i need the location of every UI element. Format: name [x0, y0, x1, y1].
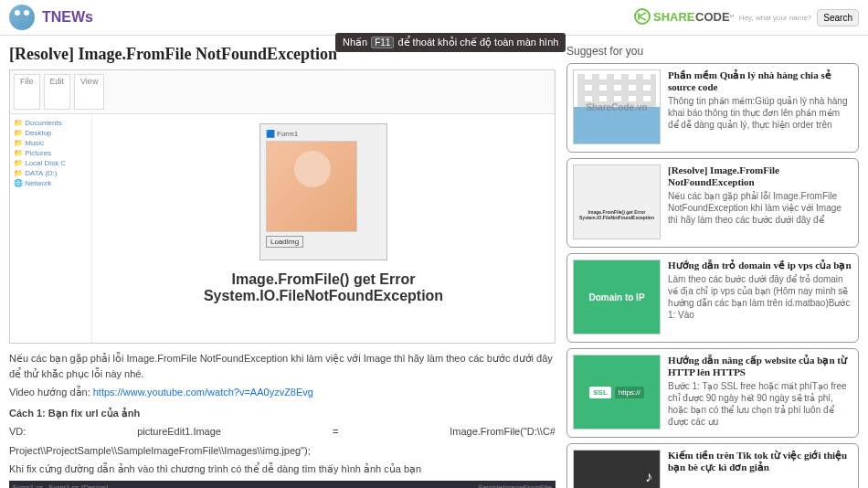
svg-text:CODE: CODE	[695, 10, 730, 24]
card-desc: Bước 1: Tạo SSL free hoặc mất phíTạo fre…	[668, 380, 852, 428]
card-title: Hướng dẫn nâng cấp website của bạn từ HT…	[668, 355, 852, 378]
sidebar-heading: Suggest for you	[566, 45, 859, 58]
vs-body: 📁 Documents 📁 Desktop 📁 Music 📁 Pictures…	[10, 114, 555, 344]
form-titlebar: 🟦Form1	[266, 130, 381, 138]
search-wrapper: Hey, what your name?	[739, 14, 811, 22]
card-desc: Nếu các bạn gặp phải lỗi Image.FromFile …	[668, 190, 852, 226]
main-content: [Resolve] Image.FromFile NotFoundExcepti…	[0, 36, 868, 488]
overlay-suffix: để thoát khỏi chế độ toàn màn hình	[397, 37, 558, 48]
vs-tab: View	[74, 74, 104, 110]
article-column: [Resolve] Image.FromFile NotFoundExcepti…	[9, 45, 556, 488]
header: TNEWs SHARE CODE .vn Hey, what your name…	[0, 0, 868, 36]
card-text: Hướng dẫn trỏ domain về ip vps của bạn L…	[668, 260, 852, 336]
logo-icon[interactable]	[9, 5, 35, 30]
header-left: TNEWs	[9, 5, 93, 30]
search-button[interactable]: Search	[817, 9, 859, 27]
video-line: Video hướng dẫn: https://www.youtube.com…	[9, 385, 556, 400]
vs-tab: Edit	[44, 74, 71, 110]
card-title: Phần mềm Quản lý nhà hàng chia sẻ source…	[668, 69, 852, 93]
sharecode-logo[interactable]: SHARE CODE .vn	[633, 5, 734, 30]
method1-code-line1: VD: pictureEdit1.Image = Image.FromFile(…	[9, 424, 556, 440]
intro-paragraph: Nếu các bạn gặp phải lỗi Image.FromFile …	[9, 351, 556, 381]
card-thumb: Domain to IP	[573, 260, 661, 334]
svg-text:SHARE: SHARE	[653, 10, 695, 24]
header-right: SHARE CODE .vn Hey, what your name? Sear…	[633, 5, 859, 30]
method1-code-line2: Project\\ProjectSample\\SampleImageFromF…	[9, 443, 556, 459]
method1-title: Cách 1: Bạn fix url của ảnh	[9, 406, 556, 421]
card-desc: Làm theo các bước dưới đây để trỏ domain…	[668, 273, 852, 321]
card-text: Phần mềm Quản lý nhà hàng chia sẻ source…	[668, 69, 852, 146]
thumb-watermark: ShareCode.vn	[586, 102, 647, 112]
card-thumb	[573, 164, 661, 239]
card-text: Kiếm tiền trên Tik tok từ việc giới thiệ…	[668, 450, 852, 488]
suggest-card[interactable]: Domain to IP Hướng dẫn trỏ domain về ip …	[566, 253, 859, 343]
card-title: [Resolve] Image.FromFile NotFoundExcepti…	[668, 164, 852, 188]
card-thumb: SSL https://	[573, 355, 661, 430]
code-editor-tabs: Form1.csForm1.cs [Design]SampleImageFrom…	[9, 481, 556, 489]
card-title: Hướng dẫn trỏ domain về ip vps của bạn	[668, 260, 852, 271]
card-thumb	[573, 450, 661, 488]
suggest-card[interactable]: ShareCode.vn Phần mềm Quản lý nhà hàng c…	[566, 63, 859, 153]
fullscreen-exit-overlay: Nhấn F11 để thoát khỏi chế độ toàn màn h…	[335, 33, 566, 52]
svg-point-0	[635, 9, 650, 24]
overlay-prefix: Nhấn	[343, 37, 367, 48]
method1-note: Khi fix cứng đường dẫn ảnh vào thì chươn…	[9, 461, 556, 477]
card-text: Hướng dẫn nâng cấp website của bạn từ HT…	[668, 355, 852, 431]
article-body: Nếu các bạn gặp phải lỗi Image.FromFile …	[9, 351, 556, 488]
card-text: [Resolve] Image.FromFile NotFoundExcepti…	[668, 164, 852, 241]
vs-designer: 🟦Form1 LoadImg Image.FromFile() get Erro…	[92, 114, 555, 344]
error-headline: Image.FromFile() get Error System.IO.Fil…	[204, 271, 443, 304]
suggest-card[interactable]: Kiếm tiền trên Tik tok từ việc giới thiệ…	[566, 443, 859, 488]
picture-edit-image	[266, 141, 357, 232]
vs-tree: 📁 Documents 📁 Desktop 📁 Music 📁 Pictures…	[10, 114, 92, 344]
svg-text:.vn: .vn	[728, 13, 734, 18]
winforms-window: 🟦Form1 LoadImg	[259, 123, 387, 260]
hero-screenshot: File Edit View 📁 Documents 📁 Desktop 📁 M…	[9, 69, 556, 344]
vs-ribbon: File Edit View	[10, 70, 555, 114]
ssl-badge: SSL	[589, 387, 611, 398]
youtube-link[interactable]: https://www.youtube.com/watch?v=AA0yzvZ8…	[93, 387, 313, 398]
suggest-card[interactable]: [Resolve] Image.FromFile NotFoundExcepti…	[566, 158, 859, 248]
card-thumb: ShareCode.vn	[573, 69, 661, 144]
suggest-card[interactable]: SSL https:// Hướng dẫn nâng cấp website …	[566, 348, 859, 438]
sidebar: Suggest for you ShareCode.vn Phần mềm Qu…	[566, 45, 859, 488]
card-desc: Thông tin phần mềm:Giúp quản lý nhà hàng…	[668, 95, 852, 131]
https-badge: https://	[615, 387, 644, 398]
search-hint: Hey, what your name?	[739, 14, 811, 22]
f11-key-badge: F11	[371, 37, 394, 48]
vs-tab: File	[14, 74, 40, 110]
site-title[interactable]: TNEWs	[42, 9, 93, 26]
load-img-button: LoadImg	[266, 236, 303, 248]
card-title: Kiếm tiền trên Tik tok từ việc giới thiệ…	[668, 450, 852, 473]
code-screenshot: Form1.csForm1.cs [Design]SampleImageFrom…	[9, 481, 556, 489]
